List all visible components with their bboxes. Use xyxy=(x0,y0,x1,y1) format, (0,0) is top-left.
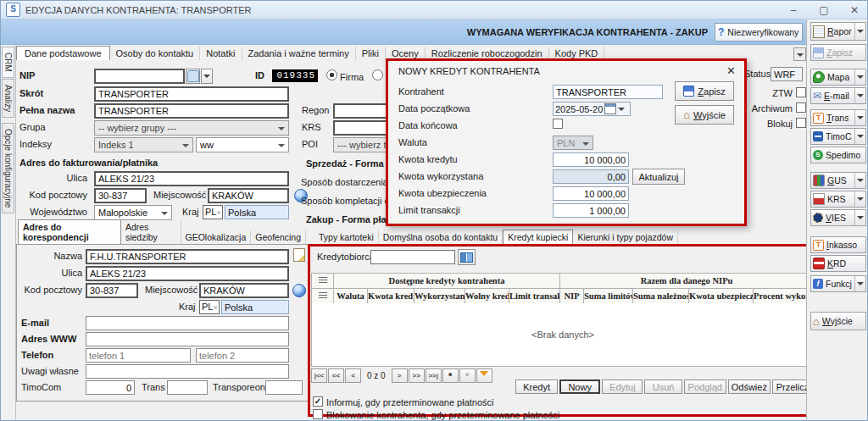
trans-dropdown[interactable] xyxy=(854,110,864,125)
krd-button[interactable]: KRD xyxy=(810,255,866,272)
pager-prev-button[interactable]: < xyxy=(345,368,361,383)
minimize-button[interactable]: – xyxy=(784,4,803,16)
krs-dropdown[interactable] xyxy=(854,191,864,207)
miejscowosc-input[interactable] xyxy=(208,188,289,203)
load-page-icon[interactable]: * xyxy=(459,368,476,383)
vies-dropdown[interactable] xyxy=(854,210,864,225)
email-input[interactable] xyxy=(86,316,289,330)
column-chooser-icon[interactable] xyxy=(312,289,334,304)
timocom-dropdown[interactable] xyxy=(854,129,864,144)
col-suma-limitow[interactable]: Suma limitów xyxy=(584,289,633,304)
timocom-input[interactable] xyxy=(86,380,135,395)
pager-first-button[interactable]: |<< xyxy=(311,368,327,383)
status-input[interactable] xyxy=(771,67,803,81)
trans-button[interactable]: T Trans xyxy=(810,109,866,126)
maximize-button[interactable]: ▢ xyxy=(815,4,833,16)
clear-x-icon[interactable]: × xyxy=(216,208,220,217)
kwota-wykorzystana-input[interactable] xyxy=(553,169,629,184)
nip-input[interactable] xyxy=(94,69,185,84)
zapisz-sidebar-button[interactable]: Zapisz xyxy=(810,44,866,61)
blokowanie-checkbox[interactable] xyxy=(313,409,323,419)
tab-adres-korespondencji[interactable]: Adres do korespondencji xyxy=(18,219,121,244)
col-waluta[interactable]: Waluta xyxy=(334,289,368,304)
pager-prev-page-button[interactable]: << xyxy=(328,368,344,383)
tab-domyslna-osoba[interactable]: Domyślna osoba do kontaktu xyxy=(379,230,503,244)
col-procent-wykorzystania[interactable]: Procent wykorzystania xyxy=(754,289,814,304)
raporty-button[interactable]: Raporty xyxy=(810,22,866,41)
nip-gus-lookup-button[interactable] xyxy=(186,69,200,84)
telefon2-input[interactable] xyxy=(196,348,289,363)
funkcje-button[interactable]: f Funkcje xyxy=(810,275,866,292)
tab-adres-siedziby[interactable]: Adres siedziby xyxy=(121,220,181,244)
kraj-input[interactable] xyxy=(225,205,289,219)
tab-dane-podstawowe[interactable]: Dane podstawowe xyxy=(16,46,110,60)
spedimo-button[interactable]: S Spedimo xyxy=(810,147,866,163)
tab-pliki[interactable]: Pliki xyxy=(356,47,386,60)
inkasso-button[interactable]: T Inkasso xyxy=(810,236,866,253)
kwota-kredytu-input[interactable] xyxy=(553,152,629,167)
dialog-wyjscie-button[interactable]: ⌂ Wyjście xyxy=(675,105,734,125)
nip-dropdown-button[interactable] xyxy=(201,69,213,84)
informuj-checkbox[interactable] xyxy=(313,396,323,407)
mapa-dropdown[interactable] xyxy=(854,69,864,85)
sidebar-tab-opcje[interactable]: Opcje konfiguracyjne xyxy=(2,123,14,213)
load-all-icon[interactable]: * xyxy=(442,368,459,383)
col-suma-naleznosci[interactable]: Suma należności xyxy=(633,289,689,304)
waluta-select[interactable]: PLN xyxy=(553,136,593,150)
telefon1-input[interactable] xyxy=(86,348,191,363)
sidebar-tab-crm[interactable]: CRM xyxy=(2,47,14,78)
sidebar-tab-analizy[interactable]: Analizy xyxy=(2,79,14,118)
raporty-dropdown[interactable] xyxy=(854,23,864,40)
col-wykorzystane[interactable]: Wykorzystane xyxy=(415,289,465,304)
indeks1-select[interactable]: Indeks 1 xyxy=(94,137,193,152)
usun-button[interactable]: Usuń xyxy=(644,379,682,394)
kraj-code-box[interactable]: PL× xyxy=(203,205,223,219)
calendar-icon[interactable] xyxy=(604,103,616,114)
adres-ulica-input[interactable] xyxy=(86,266,289,281)
tab-osoby-do-kontaktu[interactable]: Osoby do kontaktu xyxy=(110,47,201,60)
col-wolny-kredyt[interactable]: Wolny kredyt xyxy=(465,289,509,304)
funkcje-dropdown[interactable] xyxy=(854,276,864,291)
col-nip[interactable]: NIP xyxy=(560,289,584,304)
podglad-button[interactable]: Podgląd xyxy=(684,379,726,394)
nazwa-input[interactable] xyxy=(86,249,289,264)
kredytobiorca-input[interactable] xyxy=(370,250,455,264)
mapa-button[interactable]: Mapa xyxy=(810,69,866,86)
pager-last-button[interactable]: >>| xyxy=(426,368,442,383)
pelna-nazwa-input[interactable] xyxy=(94,103,289,119)
blokuj-checkbox[interactable] xyxy=(796,118,806,128)
col-kwota-ubezpieczenia[interactable]: Kwota ubezpieczenia xyxy=(689,289,754,304)
tab-geolokalizacja[interactable]: GEOlokalizacja xyxy=(181,230,252,244)
wyjscie-sidebar-button[interactable]: ⌂ Wyjście xyxy=(810,312,866,330)
dialog-close-icon[interactable]: ✕ xyxy=(726,64,736,77)
pager-next-page-button[interactable]: >> xyxy=(409,368,425,383)
indeks2-select[interactable]: ww xyxy=(196,137,289,152)
ulica-input[interactable] xyxy=(94,171,289,186)
nowy-button[interactable]: Nowy xyxy=(559,379,600,394)
copy-address-icon[interactable] xyxy=(293,248,305,262)
tab-kierunki-pojazdow[interactable]: Kierunki i typy pojazdów xyxy=(573,230,678,244)
adres-kraj-input[interactable] xyxy=(221,300,289,314)
ztw-checkbox[interactable] xyxy=(796,87,806,97)
archiwum-checkbox[interactable] xyxy=(796,102,806,113)
adres-kod-input[interactable] xyxy=(86,283,138,298)
close-button[interactable]: ✕ xyxy=(845,4,864,16)
skrot-input[interactable] xyxy=(94,86,289,102)
kredyt-button[interactable]: Kredyt xyxy=(515,379,558,394)
www-input[interactable] xyxy=(86,332,289,346)
dialog-zapisz-button[interactable]: Zapisz xyxy=(675,81,734,101)
filter-funnel-icon[interactable] xyxy=(476,368,492,383)
edytuj-button[interactable]: Edytuj xyxy=(602,379,643,394)
email-button[interactable]: ✉ E-mail xyxy=(810,87,866,104)
gus-button[interactable]: GUS xyxy=(810,172,866,189)
date-dropdown-icon[interactable] xyxy=(618,108,625,114)
tab-zadania[interactable]: Zadania i ważne terminy xyxy=(242,47,356,60)
aktualizuj-button[interactable]: Aktualizuj xyxy=(632,169,685,185)
kredytobiorca-lookup-button[interactable] xyxy=(458,249,476,265)
vies-button[interactable]: VIES xyxy=(810,209,866,226)
adres-kraj-code-box[interactable]: PL× xyxy=(199,300,220,314)
tab-overflow-dropdown[interactable] xyxy=(793,47,806,61)
data-poczatkowa-field[interactable]: 2025-05-20 xyxy=(553,102,631,116)
wojewodztwo-select[interactable]: Małopolskie xyxy=(94,205,172,220)
pager-next-button[interactable]: > xyxy=(392,368,408,383)
